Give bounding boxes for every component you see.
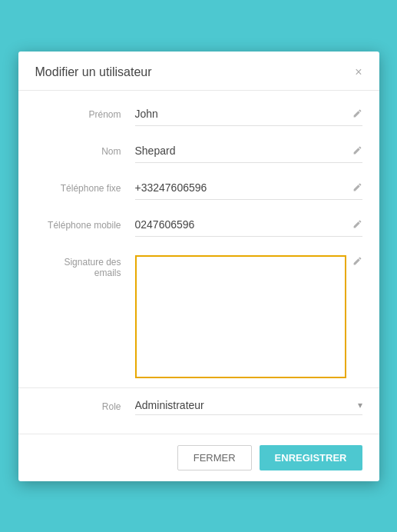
telephone-mobile-value: 0247606596 xyxy=(135,218,346,231)
signature-box[interactable] xyxy=(135,255,346,378)
nom-label: Nom xyxy=(35,145,135,157)
close-button[interactable]: FERMER xyxy=(177,445,252,470)
signature-row: Signature des emails xyxy=(18,246,379,387)
prenom-value: John xyxy=(135,108,346,120)
nom-edit-icon[interactable] xyxy=(352,145,362,158)
nom-row: Nom Shepard xyxy=(18,135,379,172)
nom-value: Shepard xyxy=(135,145,346,157)
role-select-wrap: Administrateur Utilisateur Superviseur ▾ xyxy=(135,399,362,415)
modal-title: Modifier un utilisateur xyxy=(35,65,152,79)
telephone-fixe-row: Téléphone fixe +33247606596 xyxy=(18,172,379,209)
telephone-fixe-label: Téléphone fixe xyxy=(35,181,135,194)
signature-edit-icon[interactable] xyxy=(352,255,362,268)
prenom-label: Prénom xyxy=(35,108,135,120)
telephone-mobile-value-wrap: 0247606596 xyxy=(135,218,362,237)
role-select[interactable]: Administrateur Utilisateur Superviseur xyxy=(135,399,358,411)
prenom-edit-icon[interactable] xyxy=(352,108,362,121)
prenom-value-wrap: John xyxy=(135,108,362,126)
signature-label: Signature des emails xyxy=(35,255,135,278)
telephone-mobile-label: Téléphone mobile xyxy=(35,218,135,231)
telephone-fixe-value: +33247606596 xyxy=(135,181,346,194)
role-label: Role xyxy=(35,401,135,412)
close-icon[interactable]: × xyxy=(355,66,362,78)
modal-header: Modifier un utilisateur × xyxy=(18,52,379,91)
modal-body: Prénom John Nom Shepard xyxy=(18,91,379,434)
telephone-mobile-edit-icon[interactable] xyxy=(352,218,362,231)
signature-wrap xyxy=(135,255,362,378)
save-button[interactable]: ENREGISTRER xyxy=(260,445,362,470)
prenom-row: Prénom John xyxy=(18,98,379,135)
telephone-mobile-row: Téléphone mobile 0247606596 xyxy=(18,209,379,246)
chevron-down-icon: ▾ xyxy=(358,400,362,411)
modal-modify-user: Modifier un utilisateur × Prénom John No… xyxy=(18,52,379,481)
telephone-fixe-value-wrap: +33247606596 xyxy=(135,181,362,200)
telephone-fixe-edit-icon[interactable] xyxy=(352,181,362,195)
role-row: Role Administrateur Utilisateur Supervis… xyxy=(18,387,379,426)
nom-value-wrap: Shepard xyxy=(135,145,362,163)
modal-footer: FERMER ENREGISTRER xyxy=(18,434,379,481)
